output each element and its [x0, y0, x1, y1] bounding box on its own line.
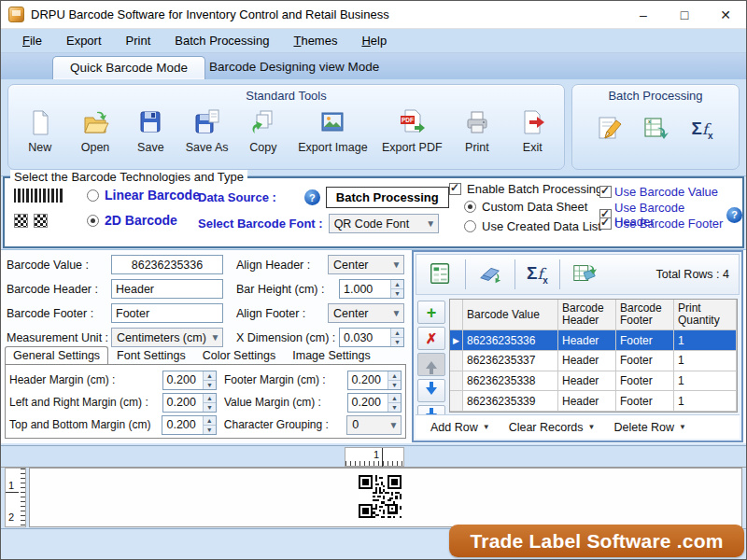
header-margin-spinner[interactable]: 0.200 ▲▼ [162, 371, 217, 390]
spin-down-icon[interactable]: ▼ [388, 402, 401, 412]
table-row[interactable]: 86236235337 Header Footer 1 [450, 351, 737, 371]
x-dimension-spinner[interactable]: 0.030 ▲▼ [339, 328, 404, 347]
barcode-font-select[interactable]: QR Code Font ▼ [329, 214, 439, 233]
col-barcode-header[interactable]: Barcode Header [558, 300, 616, 329]
maximize-button[interactable]: □ [664, 2, 705, 28]
linear-barcode-radio[interactable] [87, 189, 99, 202]
enable-batch-checkbox[interactable] [449, 183, 461, 195]
table-row[interactable]: ▶ 86236235336 Header Footer 1 [450, 330, 737, 351]
copy-button[interactable]: Copy [243, 108, 284, 154]
tab-quick-barcode-mode[interactable]: Quick Barcode Mode [52, 56, 205, 79]
barcode-value-input[interactable]: 86236235336 [111, 255, 223, 274]
datasheet-button[interactable] [416, 260, 465, 289]
save-as-button[interactable]: Save As [186, 108, 229, 154]
cell-footer[interactable]: Footer [616, 330, 674, 350]
menu-batch-processing[interactable]: Batch Processing [162, 31, 281, 50]
barcode-preview-canvas[interactable] [29, 468, 742, 527]
cell-footer[interactable]: Footer [616, 351, 674, 371]
add-row-menu-button[interactable]: Add Row▼ [423, 419, 498, 436]
spin-down-icon[interactable]: ▼ [391, 337, 403, 346]
add-row-button[interactable]: + [417, 301, 445, 324]
batch-edit-button[interactable] [588, 114, 629, 145]
col-barcode-value[interactable]: Barcode Value [463, 300, 558, 329]
barcode-header-input[interactable]: Header [111, 279, 223, 299]
tab-color-settings[interactable]: Color Settings [194, 346, 285, 366]
spin-down-icon[interactable]: ▼ [204, 425, 216, 434]
cell-value[interactable]: 86236235336 [463, 330, 558, 350]
menu-help[interactable]: Help [349, 31, 399, 50]
save-button[interactable]: Save [130, 108, 171, 154]
cell-footer[interactable]: Footer [616, 371, 674, 391]
tab-image-settings[interactable]: Image Settings [284, 346, 378, 366]
spin-down-icon[interactable]: ▼ [204, 380, 216, 389]
batch-datasheet-button[interactable]: x [635, 114, 676, 145]
character-grouping-select[interactable]: 0 ▼ [346, 415, 402, 435]
minimize-button[interactable]: – [623, 2, 664, 28]
close-button[interactable]: ✕ [705, 2, 746, 28]
export-image-button[interactable]: Export Image [298, 108, 367, 154]
2d-barcode-radio[interactable] [87, 215, 99, 227]
tab-general-settings[interactable]: General Settings [5, 346, 108, 366]
cell-qty[interactable]: 1 [674, 391, 737, 411]
cell-header[interactable]: Header [558, 371, 616, 391]
delete-row-button[interactable]: ✗ [417, 327, 445, 350]
cell-qty[interactable]: 1 [674, 351, 737, 371]
menu-export[interactable]: Export [54, 31, 114, 50]
top-bottom-margin-spinner[interactable]: 0.200 ▲▼ [162, 415, 216, 435]
spin-up-icon[interactable]: ▲ [204, 371, 216, 380]
menu-print[interactable]: Print [114, 31, 163, 50]
use-created-data-list-radio[interactable] [464, 220, 476, 232]
table-row[interactable]: 86236235338 Header Footer 1 [450, 371, 737, 392]
menu-themes[interactable]: Themes [281, 31, 349, 50]
align-header-select[interactable]: Center ▼ [328, 255, 404, 274]
col-barcode-footer[interactable]: Barcode Footer [616, 300, 674, 329]
delete-row-menu-button[interactable]: Delete Row▼ [606, 419, 694, 436]
cell-header[interactable]: Header [558, 351, 616, 371]
align-footer-select[interactable]: Center ▼ [328, 303, 404, 323]
export-datasheet-button[interactable] [560, 260, 609, 289]
col-print-quantity[interactable]: Print Quantity [674, 300, 737, 329]
move-up-button[interactable] [417, 353, 445, 376]
cell-value[interactable]: 86236235339 [463, 391, 558, 411]
spin-up-icon[interactable]: ▲ [388, 371, 401, 380]
table-row[interactable]: 86236235339 Header Footer 1 [450, 391, 737, 412]
value-margin-spinner[interactable]: 0.200 ▲▼ [347, 393, 402, 413]
new-button[interactable]: New [20, 108, 61, 154]
use-barcode-value-checkbox[interactable] [599, 186, 612, 198]
tab-font-settings[interactable]: Font Settings [108, 346, 194, 366]
cell-value[interactable]: 86236235338 [463, 371, 558, 391]
spin-down-icon[interactable]: ▼ [391, 288, 403, 298]
export-pdf-button[interactable]: PDF Export PDF [382, 108, 443, 154]
use-barcode-footer-checkbox[interactable] [599, 217, 612, 230]
left-right-margin-spinner[interactable]: 0.200 ▲▼ [162, 393, 217, 413]
clear-records-menu-button[interactable]: Clear Records▼ [501, 419, 603, 436]
cell-qty[interactable]: 1 [674, 330, 737, 350]
spin-down-icon[interactable]: ▼ [388, 380, 401, 389]
measurement-unit-select[interactable]: Centimeters (cm) ▼ [111, 328, 223, 347]
cell-header[interactable]: Header [558, 330, 616, 350]
spin-up-icon[interactable]: ▲ [391, 280, 403, 288]
batch-formula-button[interactable]: Σfx [682, 119, 723, 141]
tab-barcode-designing-view-mode[interactable]: Barcode Designing view Mode [192, 56, 396, 79]
spin-up-icon[interactable]: ▲ [204, 416, 216, 425]
spin-up-icon[interactable]: ▲ [204, 394, 216, 402]
exit-button[interactable]: Exit [512, 108, 553, 154]
print-button[interactable]: Print [457, 108, 498, 154]
cell-footer[interactable]: Footer [616, 391, 674, 411]
copy-records-button[interactable] [466, 260, 514, 289]
bar-height-spinner[interactable]: 1.000 ▲▼ [339, 279, 404, 299]
barcode-footer-input[interactable]: Footer [111, 303, 223, 323]
batch-processing-button[interactable]: Batch Processing [326, 187, 449, 208]
footer-margin-spinner[interactable]: 0.200 ▲▼ [347, 371, 402, 390]
cell-qty[interactable]: 1 [674, 371, 737, 391]
cell-header[interactable]: Header [558, 391, 616, 411]
spin-down-icon[interactable]: ▼ [204, 402, 216, 412]
spin-up-icon[interactable]: ▲ [388, 394, 401, 402]
help-icon[interactable]: ? [304, 189, 320, 205]
formula-button[interactable]: Σfx [515, 263, 559, 286]
spin-up-icon[interactable]: ▲ [391, 329, 403, 337]
move-down-button[interactable] [417, 379, 445, 402]
menu-file[interactable]: File [10, 31, 54, 50]
open-button[interactable]: Open [75, 108, 116, 154]
cell-value[interactable]: 86236235337 [463, 351, 558, 371]
